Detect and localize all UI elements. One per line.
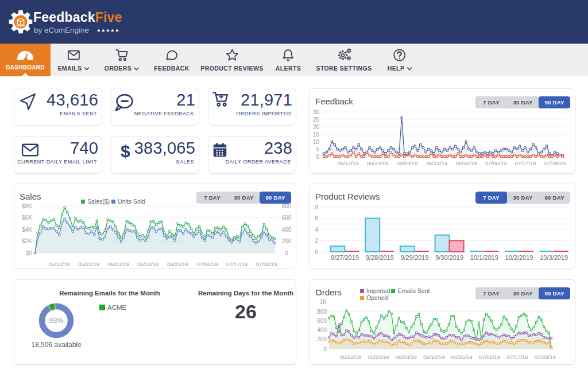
svg-text:05/23/19: 05/23/19	[78, 261, 99, 267]
svg-text:20: 20	[313, 124, 320, 130]
svg-text:06/03/19: 06/03/19	[108, 261, 129, 267]
svg-text:05/12/19: 05/12/19	[340, 354, 361, 360]
svg-text:$8K: $8K	[22, 203, 32, 209]
svg-text:800: 800	[317, 309, 327, 315]
svg-text:07/06/19: 07/06/19	[479, 354, 500, 360]
svg-text:06/14/19: 06/14/19	[426, 160, 447, 166]
svg-text:05/23/19: 05/23/19	[367, 160, 388, 166]
svg-text:$6K: $6K	[22, 215, 32, 221]
svg-text:4: 4	[315, 227, 318, 233]
svg-text:10/1/2019: 10/1/2019	[470, 254, 498, 261]
svg-text:05/12/19: 05/12/19	[49, 261, 70, 267]
svg-text:400: 400	[282, 227, 292, 233]
svg-text:$0: $0	[26, 250, 33, 256]
svg-text:200: 200	[317, 336, 327, 342]
svg-text:07/17/19: 07/17/19	[506, 354, 528, 360]
svg-text:$2K: $2K	[22, 238, 32, 244]
svg-text:5: 5	[316, 146, 319, 153]
svg-text:93%: 93%	[49, 317, 63, 325]
svg-text:15: 15	[313, 131, 320, 138]
svg-text:07/17/19: 07/17/19	[515, 160, 536, 166]
svg-text:8: 8	[315, 204, 318, 211]
svg-text:0: 0	[315, 249, 318, 255]
svg-text:10/3/2019: 10/3/2019	[540, 254, 568, 261]
svg-text:9/30/2019: 9/30/2019	[435, 254, 463, 261]
svg-text:07/28/19: 07/28/19	[535, 354, 556, 360]
svg-text:30: 30	[313, 109, 320, 115]
svg-text:$4K: $4K	[22, 227, 32, 233]
svg-text:1K: 1K	[320, 299, 327, 305]
svg-text:9/28/2019: 9/28/2019	[366, 254, 394, 261]
svg-text:200: 200	[282, 238, 292, 244]
svg-text:2: 2	[315, 237, 318, 244]
svg-text:07/28/19: 07/28/19	[256, 261, 277, 267]
svg-text:06/14/19: 06/14/19	[423, 354, 444, 360]
svg-text:05/23/19: 05/23/19	[368, 354, 389, 360]
svg-text:07/06/19: 07/06/19	[485, 160, 506, 166]
svg-text:800: 800	[282, 203, 292, 209]
svg-text:10: 10	[313, 139, 320, 145]
svg-text:07/17/19: 07/17/19	[226, 261, 247, 267]
svg-text:05/12/19: 05/12/19	[338, 160, 359, 166]
svg-text:07/06/19: 07/06/19	[197, 261, 218, 267]
svg-text:07/28/19: 07/28/19	[544, 160, 566, 166]
svg-text:6: 6	[315, 215, 318, 221]
svg-text:0: 0	[285, 250, 288, 256]
svg-text:06/25/19: 06/25/19	[167, 261, 188, 267]
svg-text:06/25/19: 06/25/19	[451, 354, 473, 360]
svg-text:06/14/19: 06/14/19	[137, 261, 158, 267]
svg-text:06/03/19: 06/03/19	[396, 354, 417, 360]
svg-text:06/03/19: 06/03/19	[397, 160, 418, 166]
svg-text:600: 600	[317, 318, 327, 324]
svg-text:400: 400	[317, 327, 327, 333]
svg-text:600: 600	[282, 215, 292, 221]
svg-text:06/25/19: 06/25/19	[456, 160, 477, 166]
svg-text:0: 0	[316, 154, 319, 160]
svg-text:25: 25	[313, 116, 320, 123]
svg-text:9/27/2019: 9/27/2019	[331, 254, 359, 261]
svg-text:10/2/2019: 10/2/2019	[505, 254, 533, 261]
svg-text:9/29/2019: 9/29/2019	[400, 254, 428, 261]
svg-text:0: 0	[323, 346, 327, 352]
